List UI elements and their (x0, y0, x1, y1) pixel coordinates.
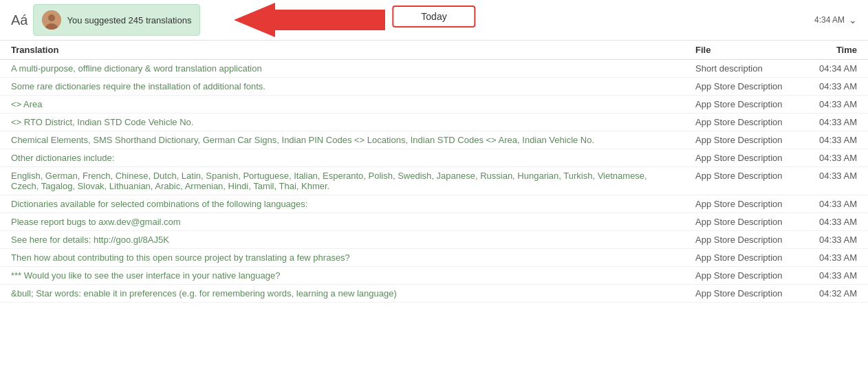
file-cell: App Store Description (684, 149, 808, 167)
table-body: A multi-purpose, offline dictionary & wo… (0, 60, 868, 303)
collapse-icon[interactable]: ⌄ (849, 14, 857, 25)
translation-cell: See here for details: http://goo.gl/8AJ5… (0, 231, 684, 249)
time-cell: 04:33 AM (808, 113, 868, 131)
time-cell: 04:33 AM (808, 131, 868, 149)
file-cell: App Store Description (684, 167, 808, 195)
time-cell: 04:33 AM (808, 78, 868, 96)
time-cell: 04:33 AM (808, 213, 868, 231)
translation-cell: <> Area (0, 96, 684, 113)
file-cell: App Store Description (684, 78, 808, 96)
avatar (42, 10, 61, 30)
table-row[interactable]: Dictionaries available for selected comb… (0, 195, 868, 213)
table-row[interactable]: Chemical Elements, SMS Shorthand Diction… (0, 131, 868, 149)
top-bar: Aá You suggested 245 translations (0, 0, 868, 41)
time-display: 4:34 AM (814, 15, 845, 25)
red-arrow (234, 3, 385, 37)
file-cell: Short description (684, 60, 808, 78)
translation-cell: Chemical Elements, SMS Shorthand Diction… (0, 131, 684, 149)
file-cell: App Store Description (684, 113, 808, 131)
file-cell: App Store Description (684, 96, 808, 113)
table-row[interactable]: Please report bugs to axw.dev@gmail.comA… (0, 213, 868, 231)
table-row[interactable]: Other dictionaries include:App Store Des… (0, 149, 868, 167)
table-row[interactable]: English, German, French, Chinese, Dutch,… (0, 167, 868, 195)
tooltip-text: You suggested 245 translations (67, 15, 191, 25)
col-header-translation: Translation (0, 41, 684, 60)
svg-marker-4 (234, 3, 385, 37)
translation-cell: *** Would you like to see the user inter… (0, 267, 684, 285)
col-header-time: Time (808, 41, 868, 60)
table-row[interactable]: &bull; Star words: enable it in preferen… (0, 285, 868, 303)
font-icon: Aá (11, 12, 28, 28)
time-cell: 04:33 AM (808, 149, 868, 167)
file-cell: App Store Description (684, 213, 808, 231)
table-row[interactable]: A multi-purpose, offline dictionary & wo… (0, 60, 868, 78)
tooltip-bubble: You suggested 245 translations (33, 4, 200, 36)
translation-cell: A multi-purpose, offline dictionary & wo… (0, 60, 684, 78)
time-cell: 04:32 AM (808, 285, 868, 303)
table-row[interactable]: See here for details: http://goo.gl/8AJ5… (0, 231, 868, 249)
file-cell: App Store Description (684, 267, 808, 285)
table-row[interactable]: Then how about contributing to this open… (0, 249, 868, 267)
table-container: Translation File Time A multi-purpose, o… (0, 41, 868, 303)
table-header: Translation File Time (0, 41, 868, 60)
file-cell: App Store Description (684, 131, 808, 149)
time-cell: 04:33 AM (808, 267, 868, 285)
svg-point-1 (48, 14, 55, 21)
today-badge: Today (392, 6, 475, 28)
file-cell: App Store Description (684, 195, 808, 213)
table-row[interactable]: *** Would you like to see the user inter… (0, 267, 868, 285)
table-row[interactable]: <> RTO District, Indian STD Code Vehicle… (0, 113, 868, 131)
file-cell: App Store Description (684, 285, 808, 303)
col-header-file: File (684, 41, 808, 60)
time-cell: 04:33 AM (808, 195, 868, 213)
time-cell: 04:33 AM (808, 96, 868, 113)
translation-cell: Some rare dictionaries require the insta… (0, 78, 684, 96)
translation-cell: Please report bugs to axw.dev@gmail.com (0, 213, 684, 231)
top-bar-left: Aá You suggested 245 translations (11, 4, 200, 36)
top-bar-right: 4:34 AM ⌄ (814, 14, 857, 25)
time-cell: 04:33 AM (808, 231, 868, 249)
time-cell: 04:33 AM (808, 249, 868, 267)
time-cell: 04:34 AM (808, 60, 868, 78)
translation-cell: Then how about contributing to this open… (0, 249, 684, 267)
translation-cell: Other dictionaries include: (0, 149, 684, 167)
translation-cell: English, German, French, Chinese, Dutch,… (0, 167, 684, 195)
table-row[interactable]: <> AreaApp Store Description04:33 AM (0, 96, 868, 113)
time-cell: 04:33 AM (808, 167, 868, 195)
translation-cell: Dictionaries available for selected comb… (0, 195, 684, 213)
translations-table: Translation File Time A multi-purpose, o… (0, 41, 868, 303)
file-cell: App Store Description (684, 231, 808, 249)
table-row[interactable]: Some rare dictionaries require the insta… (0, 78, 868, 96)
translation-cell: <> RTO District, Indian STD Code Vehicle… (0, 113, 684, 131)
translation-cell: &bull; Star words: enable it in preferen… (0, 285, 684, 303)
file-cell: App Store Description (684, 249, 808, 267)
